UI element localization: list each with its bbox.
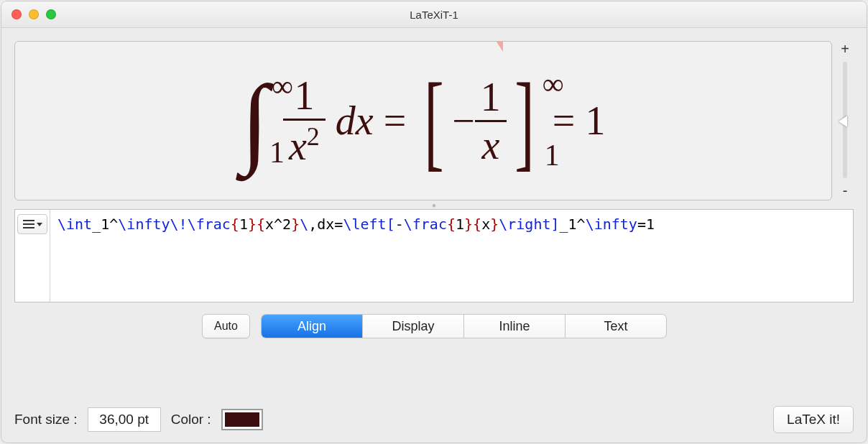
list-icon xyxy=(23,220,34,228)
chevron-down-icon xyxy=(37,223,42,226)
code-token: x^2 xyxy=(265,216,291,233)
zoom-in-button[interactable]: + xyxy=(841,41,849,57)
window-title: LaTeXiT-1 xyxy=(1,9,867,21)
code-token: { xyxy=(447,216,456,233)
editor-gutter xyxy=(15,210,50,302)
code-token: \frac xyxy=(404,216,447,233)
integral-symbol: ∫ ∞ 1 xyxy=(241,80,269,161)
pane-splitter[interactable]: ● xyxy=(14,200,854,209)
font-size-label: Font size : xyxy=(14,412,78,427)
code-token: _1^ xyxy=(560,216,586,233)
integral-lower: 1 xyxy=(269,141,285,165)
code-token: { xyxy=(231,216,239,233)
mode-tab-display[interactable]: Display xyxy=(363,315,464,338)
code-token: \int xyxy=(57,216,92,233)
code-token: \right] xyxy=(499,216,559,233)
code-token: } xyxy=(490,216,499,233)
equals-1: = xyxy=(384,98,407,144)
bracket-term: [ − 1 x ] ∞ 1 xyxy=(416,77,542,165)
preview-pane[interactable]: ∫ ∞ 1 1 x2 dx = [ − xyxy=(14,41,832,200)
mode-tab-inline[interactable]: Inline xyxy=(464,315,565,338)
font-size-field[interactable]: 36,00 pt xyxy=(88,407,161,432)
code-token: x xyxy=(481,216,490,233)
code-token: } xyxy=(291,216,300,233)
bracket-upper: ∞ xyxy=(542,67,564,101)
color-well[interactable] xyxy=(221,409,263,430)
source-editor: \int_1^\infty\!\frac{1}{x^2}\,dx=\left[-… xyxy=(14,209,854,302)
dx: dx xyxy=(336,98,374,144)
integral-upper: ∞ xyxy=(272,75,293,99)
zoom-thumb-icon[interactable] xyxy=(839,116,847,127)
close-icon[interactable] xyxy=(11,9,22,19)
window: LaTeXiT-1 ∫ ∞ 1 1 x2 xyxy=(1,1,867,443)
zoom-icon[interactable] xyxy=(46,9,56,19)
fraction-1-den: x2 xyxy=(283,124,326,166)
code-token: - xyxy=(395,216,404,233)
code-token: \infty\!\frac xyxy=(118,216,231,233)
body: ∫ ∞ 1 1 x2 dx = [ − xyxy=(1,28,867,443)
code-token: \infty xyxy=(586,216,637,233)
mode-row: Auto AlignDisplayInlineText xyxy=(14,314,854,338)
color-label: Color : xyxy=(171,412,211,427)
rendered-formula: ∫ ∞ 1 1 x2 dx = [ − xyxy=(241,75,606,166)
titlebar: LaTeXiT-1 xyxy=(1,1,867,28)
code-token: } xyxy=(464,216,473,233)
equals-2: = xyxy=(553,98,576,144)
fraction-1-num: 1 xyxy=(288,75,320,116)
auto-button[interactable]: Auto xyxy=(202,314,250,338)
zoom-out-button[interactable]: - xyxy=(843,182,848,199)
code-token: ,dx= xyxy=(308,216,343,233)
preview-row: ∫ ∞ 1 1 x2 dx = [ − xyxy=(14,41,854,200)
templates-menu-button[interactable] xyxy=(17,214,47,234)
code-token: { xyxy=(473,216,481,233)
window-controls xyxy=(11,9,56,19)
code-token: _1^ xyxy=(92,216,118,233)
fraction-2: 1 x xyxy=(475,77,507,165)
code-token: } xyxy=(248,216,257,233)
bracket-lower: 1 xyxy=(545,138,560,172)
source-textarea[interactable]: \int_1^\infty\!\frac{1}{x^2}\,dx=\left[-… xyxy=(50,210,853,302)
mode-tab-align[interactable]: Align xyxy=(262,315,363,338)
code-token: =1 xyxy=(637,216,655,233)
zoom-slider: + - xyxy=(836,41,854,200)
code-token: 1 xyxy=(456,216,464,233)
latex-it-button[interactable]: LaTeX it! xyxy=(773,406,854,433)
baseline-marker-icon[interactable] xyxy=(497,42,503,52)
footer-row: Font size : 36,00 pt Color : LaTeX it! xyxy=(14,393,854,433)
code-token: \ xyxy=(300,216,308,233)
mode-tab-text[interactable]: Text xyxy=(565,315,666,338)
minus: − xyxy=(452,98,475,144)
code-token: 1 xyxy=(239,216,248,233)
result: 1 xyxy=(585,98,605,144)
code-token: { xyxy=(257,216,265,233)
zoom-track[interactable] xyxy=(843,62,847,178)
code-token: \left[ xyxy=(343,216,394,233)
color-swatch xyxy=(225,412,259,427)
minimize-icon[interactable] xyxy=(29,9,39,19)
mode-segmented-control: AlignDisplayInlineText xyxy=(262,315,666,338)
